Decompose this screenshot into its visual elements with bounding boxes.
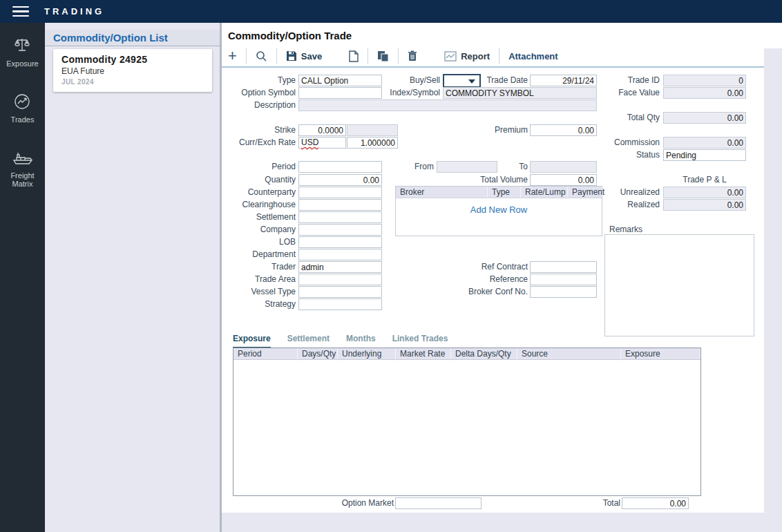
attachment-button[interactable]: Attachment	[508, 51, 558, 61]
ship-icon	[11, 149, 35, 168]
sidebar-item-label: Exposure	[6, 59, 38, 68]
search-icon	[256, 50, 267, 62]
quantity-input[interactable]	[298, 174, 382, 186]
ref-contract-input[interactable]	[530, 261, 597, 273]
remarks-textarea[interactable]	[604, 234, 754, 336]
commission-label: Commission	[591, 137, 660, 149]
sidebar-item-label: Trades	[11, 115, 35, 124]
balance-scale-icon	[12, 37, 32, 56]
add-new-row-button[interactable]: Add New Row	[396, 198, 602, 215]
total-volume-field[interactable]	[530, 174, 597, 186]
underlying-col-header: Underlying	[338, 348, 396, 359]
curr-exch-rate-label: Curr/Exch Rate	[229, 137, 296, 149]
strategy-input[interactable]	[298, 298, 382, 310]
strategy-label: Strategy	[229, 298, 296, 310]
settlement-input[interactable]	[298, 211, 382, 223]
lob-label: LOB	[229, 236, 296, 248]
page-title: Commodity/Option Trade	[228, 30, 352, 41]
option-symbol-input[interactable]	[298, 87, 382, 99]
description-field	[298, 99, 597, 111]
counterparty-input[interactable]	[298, 187, 382, 198]
toolbar-divider	[246, 48, 247, 64]
tab-linked-trades[interactable]: Linked Trades	[392, 334, 448, 349]
hamburger-menu-icon[interactable]	[12, 3, 29, 20]
option-market-input[interactable]	[395, 497, 481, 509]
market-rate-col-header: Market Rate	[396, 348, 451, 359]
status-label: Status	[591, 149, 660, 161]
toolbar-divider	[398, 48, 399, 64]
trade-form-panel: Commodity/Option Trade + Save	[222, 23, 764, 532]
trade-date-input[interactable]	[530, 75, 597, 86]
department-label: Department	[229, 249, 296, 260]
trash-icon	[408, 50, 417, 61]
trader-label: Trader	[229, 261, 296, 273]
rate-lump-col-header: Rate/Lump	[521, 187, 568, 198]
type-col-header: Type	[488, 187, 521, 198]
broker-table-header: Broker Type Rate/Lump Payment	[396, 187, 602, 198]
tab-exposure[interactable]: Exposure	[233, 334, 271, 349]
detail-tabs: Exposure Settlement Months Linked Trades	[233, 334, 448, 349]
clearinghouse-label: Clearinghouse	[229, 199, 296, 211]
status-input[interactable]	[663, 149, 746, 161]
sidebar-item-exposure[interactable]: Exposure	[6, 37, 38, 68]
clearinghouse-input[interactable]	[298, 199, 382, 211]
vessel-type-label: Vessel Type	[229, 286, 296, 298]
company-input[interactable]	[298, 224, 382, 236]
type-input[interactable]	[298, 75, 382, 86]
sidebar-item-label: FreightMatrix	[10, 171, 34, 188]
tab-months[interactable]: Months	[346, 334, 376, 349]
add-button[interactable]: +	[228, 49, 237, 63]
total-label: Total	[564, 497, 620, 509]
from-field	[437, 161, 497, 173]
plus-icon: +	[228, 49, 237, 63]
toolbar-divider	[499, 48, 499, 64]
trade-area-input[interactable]	[298, 274, 382, 285]
document-icon	[349, 50, 359, 62]
tab-settlement[interactable]: Settlement	[287, 334, 330, 349]
trend-chart-icon	[13, 93, 31, 112]
new-document-button[interactable]	[349, 50, 359, 62]
vertical-scrollbar-track[interactable]	[764, 48, 782, 513]
face-value-label: Face Value	[591, 87, 660, 99]
strike-input[interactable]	[298, 124, 346, 136]
horizontal-scrollbar-track[interactable]	[222, 513, 782, 532]
currency-input[interactable]: USD	[298, 137, 346, 149]
sidebar-item-freight-matrix[interactable]: FreightMatrix	[10, 149, 34, 188]
exch-rate-input[interactable]	[347, 137, 398, 149]
copy-button[interactable]	[377, 50, 389, 62]
total-volume-label: Total Volume	[461, 174, 528, 186]
trade-pl-title: Trade P & L	[663, 174, 746, 186]
to-field	[530, 161, 597, 173]
delete-button[interactable]	[408, 50, 417, 61]
to-label: To	[500, 161, 528, 173]
commodity-card-title: Commodity 24925	[61, 54, 204, 65]
index-symbol-field	[443, 87, 597, 99]
commodity-list-panel: Commodity/Option List Commodity 24925 EU…	[45, 23, 220, 532]
counterparty-label: Counterparty	[229, 187, 296, 198]
settlement-label: Settlement	[229, 211, 296, 223]
period-input[interactable]	[298, 161, 382, 173]
broker-conf-no-input[interactable]	[530, 286, 597, 298]
report-button[interactable]: Report	[444, 51, 490, 61]
total-field[interactable]	[622, 497, 689, 509]
exposure-table-header: Period Days/Qty Underlying Market Rate D…	[233, 348, 700, 360]
sidebar-item-trades[interactable]: Trades	[11, 93, 35, 124]
ref-contract-label: Ref Contract	[461, 261, 528, 273]
department-input[interactable]	[298, 249, 382, 260]
trader-input[interactable]	[298, 261, 382, 273]
premium-input[interactable]	[530, 124, 597, 136]
save-icon	[286, 50, 297, 61]
from-label: From	[402, 161, 434, 173]
commodity-card[interactable]: Commodity 24925 EUA Future JUL 2024	[53, 49, 212, 92]
report-label: Report	[461, 51, 490, 61]
save-button[interactable]: Save	[286, 50, 322, 61]
search-button[interactable]	[256, 50, 267, 62]
premium-label: Premium	[461, 124, 528, 136]
reference-input[interactable]	[530, 274, 597, 285]
vessel-type-input[interactable]	[298, 286, 382, 298]
option-symbol-label: Option Symbol	[229, 87, 296, 99]
lob-input[interactable]	[298, 236, 382, 248]
unrealized-label: Unrealized	[591, 187, 660, 198]
sidebar: Exposure Trades FreightMatrix	[0, 23, 45, 532]
broker-table: Broker Type Rate/Lump Payment Add New Ro…	[395, 186, 602, 236]
